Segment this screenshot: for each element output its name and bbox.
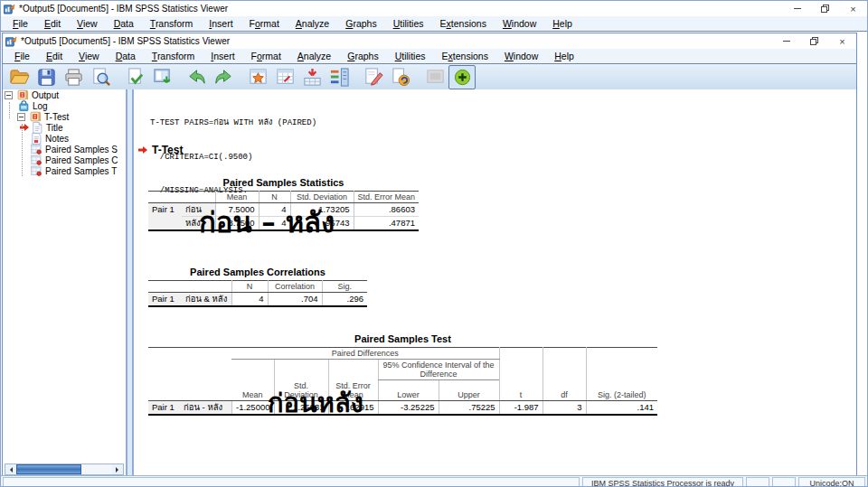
menu-help[interactable]: Help	[544, 18, 580, 29]
outline-horizontal-scrollbar[interactable]	[5, 464, 124, 475]
menu-transform[interactable]: Transform	[142, 18, 201, 29]
scroll-left-arrow[interactable]	[5, 464, 16, 474]
menu-view[interactable]: View	[71, 51, 108, 61]
table-caption: Paired Samples Correlations	[148, 267, 367, 277]
inner-close-button[interactable]: ×	[828, 33, 856, 49]
table-cell: .704	[268, 293, 322, 307]
print-icon	[63, 67, 84, 88]
menu-file[interactable]: File	[5, 18, 36, 29]
outline-item-label: Paired Samples S	[45, 145, 118, 155]
table-cell: 8.7500	[215, 217, 259, 231]
recall-dialogs-icon	[152, 67, 173, 88]
table-cell: ก่อน - หลัง	[180, 400, 231, 415]
paired-samples-test-table[interactable]: Paired Samples TestPaired DifferencesStd…	[148, 333, 657, 416]
menu-insert[interactable]: Insert	[201, 18, 241, 29]
print-preview-button[interactable]	[87, 65, 114, 89]
outline-item-label: Paired Samples C	[45, 155, 118, 165]
menu-graphs[interactable]: Graphs	[337, 18, 384, 29]
open-button[interactable]	[5, 65, 33, 89]
recall-dialogs-button[interactable]	[148, 65, 175, 89]
scroll-right-arrow[interactable]	[112, 464, 123, 474]
menu-analyze[interactable]: Analyze	[289, 51, 339, 61]
save-icon	[36, 67, 57, 88]
variables-button[interactable]	[326, 65, 353, 89]
menu-file[interactable]: File	[6, 51, 38, 61]
scrollbar-track[interactable]	[16, 464, 112, 474]
goto-variable-button[interactable]	[271, 65, 298, 89]
pane-splitter[interactable]	[126, 89, 134, 476]
save-button[interactable]	[33, 65, 60, 89]
menu-analyze[interactable]: Analyze	[288, 18, 337, 29]
export-icon	[125, 67, 146, 88]
menu-data[interactable]: Data	[106, 18, 142, 29]
menu-format[interactable]: Format	[241, 18, 288, 29]
outline-item-label: Notes	[45, 134, 69, 144]
column-header: Lower	[378, 380, 439, 401]
paired-samples-correlations-table[interactable]: Paired Samples CorrelationsNCorrelationS…	[148, 267, 367, 307]
menu-utilities[interactable]: Utilities	[385, 18, 432, 29]
insert-object-button[interactable]	[448, 65, 476, 89]
toolbar	[3, 64, 856, 91]
insert-object-icon	[452, 67, 473, 88]
redo-icon	[213, 67, 234, 88]
column-header	[231, 360, 274, 380]
collapse-expander[interactable]	[5, 91, 13, 99]
goto-case-icon	[248, 67, 269, 88]
column-header	[542, 348, 586, 380]
menu-transform[interactable]: Transform	[144, 51, 203, 61]
menu-format[interactable]: Format	[243, 51, 289, 61]
insert-button[interactable]	[298, 65, 326, 89]
menu-data[interactable]: Data	[108, 51, 144, 61]
menu-edit[interactable]: Edit	[38, 51, 71, 61]
status-segment-empty	[3, 477, 580, 486]
outline-item-log[interactable]: Log	[3, 100, 126, 111]
column-header: Sig. (2-tailed)	[586, 380, 657, 401]
outer-minimize-button[interactable]	[783, 1, 811, 16]
table-cell: 4	[259, 217, 290, 231]
run-script-button[interactable]	[387, 65, 414, 89]
column-header: Std. Error Mean	[328, 360, 378, 401]
table-cell: Pair 1	[148, 293, 182, 307]
run-script-icon	[391, 67, 411, 88]
table-cell: ก่อน & หลัง	[182, 293, 231, 307]
print-button[interactable]	[60, 65, 87, 89]
column-header: Std. Deviation	[290, 192, 354, 203]
inner-restore-button[interactable]	[800, 33, 828, 49]
inner-minimize-button[interactable]	[772, 33, 800, 49]
collapse-expander[interactable]	[17, 113, 25, 121]
edit-output-button[interactable]	[360, 65, 387, 89]
menu-window[interactable]: Window	[495, 18, 544, 29]
menu-help[interactable]: Help	[546, 51, 582, 61]
inner-title-bar: *Output5 [Document5] - IBM SPSS Statisti…	[3, 33, 856, 49]
table-cell: .62915	[328, 400, 378, 415]
status-unicode-indicator: Unicode:ON	[798, 477, 865, 486]
scrollbar-thumb[interactable]	[16, 464, 81, 474]
viewer-document-window: *Output5 [Document5] - IBM SPSS Statisti…	[2, 33, 857, 477]
outline-item-t-test[interactable]: T-Test	[3, 111, 126, 122]
menu-view[interactable]: View	[69, 18, 106, 29]
ttest-heading[interactable]: T-Test	[137, 144, 183, 156]
inner-window-title: *Output5 [Document5] - IBM SPSS Statisti…	[21, 36, 230, 46]
outline-pane: OutputLogT-TestTitleNotesPaired Samples …	[3, 89, 126, 476]
paired-samples-statistics-table[interactable]: Paired Samples StatisticsMeanNStd. Devia…	[148, 177, 419, 231]
menu-utilities[interactable]: Utilities	[387, 51, 434, 61]
outer-close-button[interactable]: ×	[839, 1, 867, 16]
redo-button[interactable]	[210, 65, 237, 89]
menu-edit[interactable]: Edit	[36, 18, 69, 29]
print-preview-icon	[90, 67, 111, 88]
menu-extensions[interactable]: Extensions	[434, 51, 496, 61]
table-cell: -3.25225	[378, 400, 439, 415]
outer-title-bar: *Output5 [Document5] - IBM SPSS Statisti…	[1, 1, 867, 16]
menu-graphs[interactable]: Graphs	[339, 51, 386, 61]
table-row: Pair 1ก่อน7.500041.73205.86603	[148, 203, 419, 217]
goto-case-button[interactable]	[244, 65, 271, 89]
menu-window[interactable]: Window	[496, 51, 546, 61]
undo-button[interactable]	[183, 65, 210, 89]
column-header: Sig.	[322, 281, 367, 293]
menu-insert[interactable]: Insert	[203, 51, 242, 61]
export-button[interactable]	[121, 65, 148, 89]
menu-extensions[interactable]: Extensions	[432, 18, 495, 29]
table-icon	[30, 164, 42, 177]
column-header: Upper	[439, 380, 499, 401]
outer-restore-button[interactable]	[811, 1, 839, 16]
